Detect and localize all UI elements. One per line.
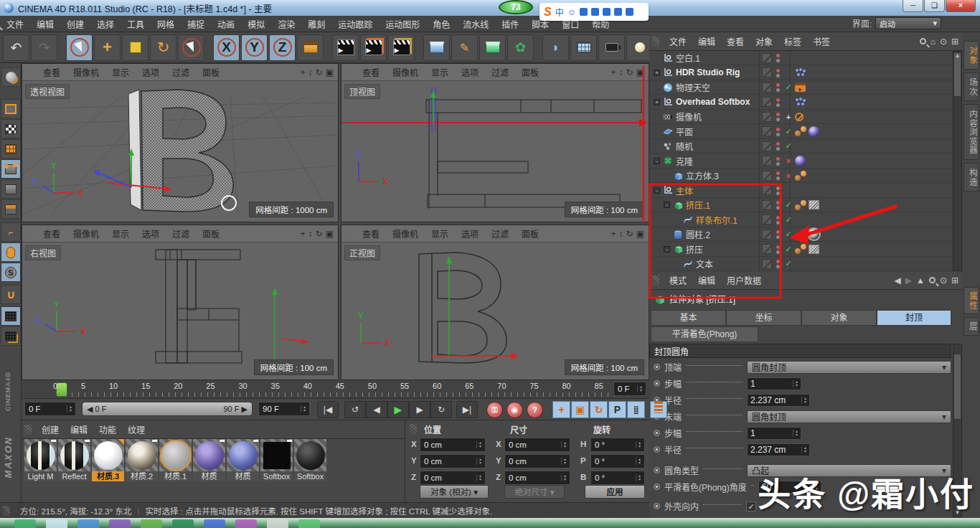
workplane-mode-button[interactable] — [1, 139, 21, 159]
enabled-check-icon[interactable]: ✓ — [783, 215, 793, 225]
tab-attributes[interactable]: 属性 — [963, 287, 979, 314]
menu-item[interactable]: 文件 — [0, 20, 30, 30]
x-axis-lock[interactable]: X — [213, 34, 240, 61]
goto-end-button[interactable]: ▶| — [456, 401, 478, 418]
menu-item[interactable]: 窗口 — [555, 20, 585, 30]
keyframe-selection-button[interactable]: ? — [527, 402, 543, 418]
panel-grip[interactable] — [652, 275, 659, 286]
viewport-menu-item[interactable]: 摄像机 — [386, 66, 425, 78]
add-panel-icon[interactable]: ⊞ — [951, 37, 958, 47]
object-name[interactable]: 物理天空 — [676, 81, 710, 93]
play-backwards-button[interactable]: ↺ — [344, 401, 366, 418]
phong-tag-icon[interactable] — [795, 244, 806, 254]
object-row[interactable]: 物理天空✓▸ — [649, 80, 953, 95]
keyframe-dot-icon[interactable] — [654, 503, 660, 509]
title-bar[interactable]: CINEMA 4D R18.011 Studio (RC - R18) - [未… — [0, 0, 980, 16]
visibility-dot-render[interactable] — [776, 206, 780, 209]
pos-x-field[interactable]: 0 cm▴▾ — [420, 438, 486, 452]
material-item[interactable]: Reflect — [58, 439, 90, 481]
material-tag-chrome-icon[interactable] — [809, 229, 819, 240]
material-tag-purple-icon[interactable] — [795, 156, 806, 166]
lock-icon[interactable]: ⊙ — [940, 275, 947, 286]
play-button[interactable]: ▶ — [387, 401, 409, 418]
pos-y-field[interactable]: 0 cm▴▾ — [420, 454, 486, 468]
expand-toggle[interactable]: - — [664, 246, 670, 253]
object-row[interactable]: 空白.1 — [649, 51, 953, 65]
layer-color-box[interactable] — [762, 214, 772, 225]
panel-grip[interactable] — [344, 67, 352, 77]
expand-toggle[interactable]: + — [654, 99, 660, 105]
key-position-toggle[interactable]: + — [552, 401, 570, 418]
visibility-dot-editor[interactable] — [776, 157, 780, 161]
toolbox-icon[interactable] — [626, 8, 633, 16]
object-name[interactable]: 文本 — [696, 258, 713, 270]
steps-field[interactable]: 1▴▾ — [747, 377, 801, 390]
object-name[interactable]: HDR Studio Rig — [676, 67, 740, 77]
viewport-menu-item[interactable]: 选项 — [136, 227, 166, 240]
add-generator-button[interactable] — [479, 34, 506, 61]
viewport-front[interactable]: 查看摄像机显示选项过滤面板 +↕↻▣ Y X 正视图 网格间距 : 100 cm — [341, 225, 649, 380]
render-picture-viewer-button[interactable]: ▶ — [360, 34, 387, 61]
material-menu-item[interactable]: 功能 — [93, 423, 122, 435]
add-spline-button[interactable]: ✎ — [451, 34, 478, 61]
tab-structure[interactable]: 构造 — [963, 163, 979, 192]
panel-grip[interactable] — [344, 229, 352, 239]
scale-tool[interactable] — [122, 34, 149, 61]
visibility-dot-editor[interactable] — [776, 83, 780, 87]
key-scale-toggle[interactable]: ▣ — [571, 401, 589, 418]
visibility-dot-editor[interactable] — [776, 142, 780, 146]
enabled-check-icon[interactable]: ✓ — [783, 141, 793, 151]
texture-mode-button[interactable] — [1, 119, 21, 138]
camera-link-icon[interactable]: + — [783, 113, 793, 121]
expand-toggle[interactable]: - — [654, 187, 660, 194]
viewport-menu-item[interactable]: 过滤 — [166, 227, 196, 240]
taskbar-start-icon[interactable] — [14, 519, 36, 528]
ime-toolbar[interactable]: S 中 ☺ — [540, 3, 649, 21]
undo-button[interactable]: ↶ — [3, 34, 29, 61]
size-x-field[interactable]: 0 cm▴▾ — [504, 438, 570, 452]
close-button[interactable]: × — [946, 0, 976, 12]
enabled-check-icon[interactable]: ✓ — [783, 259, 793, 268]
perspective-canvas[interactable]: Y X Z — [22, 81, 338, 214]
add-camera-button[interactable] — [598, 34, 625, 61]
expand-toggle[interactable]: + — [654, 70, 660, 76]
object-name[interactable]: 圆柱.2 — [686, 228, 710, 240]
layer-color-box[interactable] — [762, 156, 772, 166]
object-row[interactable]: 平面✓ — [649, 125, 953, 139]
visibility-dot-render[interactable] — [776, 133, 780, 136]
texture-tag-icon[interactable] — [809, 200, 819, 209]
tab-objects[interactable]: 对象 — [963, 41, 979, 70]
viewport-menu-item[interactable]: 面板 — [515, 66, 545, 78]
keyframe-dot-icon[interactable] — [654, 446, 660, 453]
key-rotation-toggle[interactable]: ↻ — [590, 401, 608, 418]
rot-h-field[interactable]: 0 °▴▾ — [590, 438, 645, 452]
material-item[interactable]: 材质.1 — [159, 439, 192, 481]
viewport-menu-item[interactable]: 面板 — [515, 227, 545, 240]
layer-color-box[interactable] — [762, 126, 772, 136]
object-row[interactable]: -主体 — [649, 184, 953, 198]
layer-color-box[interactable] — [762, 171, 772, 181]
section-caps-fillet[interactable]: 封顶圆角 — [649, 344, 951, 358]
taskbar-item[interactable] — [77, 519, 99, 528]
material-tag-purple-icon[interactable] — [809, 126, 819, 137]
menu-item[interactable]: 脚本 — [525, 20, 555, 30]
tab-content-browser[interactable]: 内容浏览器 — [963, 104, 979, 160]
object-name[interactable]: 主体 — [676, 184, 693, 197]
tab-caps[interactable]: 封顶 — [877, 310, 951, 326]
menu-item[interactable]: 运动图形 — [379, 20, 426, 30]
keyframe-dot-icon[interactable] — [654, 364, 660, 370]
end-frame-field[interactable]: 90 F▴▾ — [258, 402, 310, 416]
visibility-dot-render[interactable] — [776, 74, 780, 77]
skin-icon[interactable] — [614, 8, 622, 16]
expand-toggle[interactable]: - — [654, 158, 660, 164]
timeline-ruler[interactable]: 051015202530354045505560657075808590 0 F… — [22, 380, 649, 399]
object-name[interactable]: 空白.1 — [676, 52, 700, 64]
material-item[interactable]: Light M — [24, 439, 57, 481]
menu-item[interactable]: 插件 — [495, 20, 525, 30]
menu-item[interactable]: 选择 — [90, 20, 121, 30]
viewport-menu-item[interactable]: 查看 — [356, 227, 386, 240]
visibility-dot-render[interactable] — [776, 176, 780, 180]
om-scrollbar[interactable]: ▲ — [953, 51, 962, 271]
workplane-lock-button[interactable] — [1, 306, 21, 326]
y-axis-lock[interactable]: Y — [241, 34, 268, 61]
